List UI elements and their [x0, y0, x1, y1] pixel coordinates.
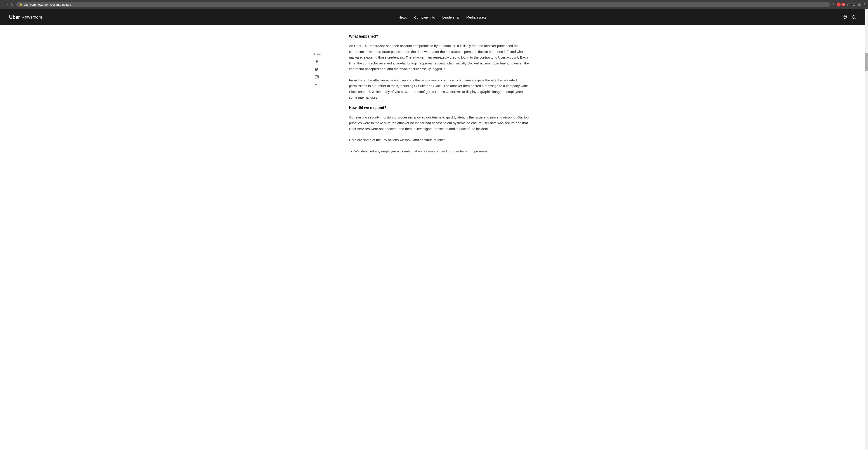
nav-link-leadership[interactable]: Leadership: [442, 16, 459, 19]
what-happened-paragraph-1: An Uber EXT contractor had their account…: [349, 43, 530, 72]
location-icon-button[interactable]: [843, 15, 848, 20]
svg-point-3: [315, 84, 316, 85]
bullet-item-1: We identified any employee accounts that…: [354, 148, 530, 154]
svg-point-5: [318, 84, 318, 85]
more-share-button[interactable]: [315, 83, 319, 87]
forward-button[interactable]: ›: [6, 2, 8, 7]
back-button[interactable]: ‹: [2, 2, 5, 7]
brand-newsroom: Newsroom: [22, 15, 42, 20]
action-bullet-list: We identified any employee accounts that…: [354, 148, 530, 154]
browser-navigation: ‹ › ↻: [2, 2, 14, 7]
nav-links: News Company info Leadership Media asset…: [398, 16, 486, 19]
how-respond-paragraph-1: Our existing security monitoring process…: [349, 114, 530, 132]
page-content[interactable]: Uber Newsroom News Company info Leadersh…: [0, 9, 865, 450]
twitter-share-button[interactable]: [315, 67, 319, 71]
what-happened-heading: What happened?: [349, 34, 530, 38]
svg-line-2: [855, 18, 856, 19]
navbar-icons: [843, 15, 856, 20]
how-respond-paragraph-2: Here are some of the key actions we took…: [349, 137, 530, 143]
bookmark-icon[interactable]: ◫: [847, 2, 850, 7]
share-sidebar: Share: [313, 53, 321, 87]
share-label: Share: [313, 53, 321, 56]
brand-uber: Uber: [9, 14, 20, 20]
svg-point-0: [845, 16, 846, 17]
reload-button[interactable]: ↻: [10, 2, 14, 7]
navbar: Uber Newsroom News Company info Leadersh…: [0, 9, 865, 25]
address-bar[interactable]: 🔒: [16, 2, 830, 7]
scrollbar-thumb[interactable]: [865, 53, 868, 71]
url-input[interactable]: [24, 3, 827, 6]
extensions-icon[interactable]: ⚙: [852, 2, 856, 7]
facebook-share-button[interactable]: [315, 59, 319, 64]
extension-warning[interactable]: ⚠: [841, 3, 845, 6]
svg-point-1: [852, 16, 855, 19]
cast-icon[interactable]: ▩: [857, 2, 861, 7]
nav-link-company-info[interactable]: Company info: [414, 16, 435, 19]
ssl-lock-icon: 🔒: [19, 3, 22, 6]
share-page-icon[interactable]: ⇧: [832, 2, 835, 7]
brand-logo[interactable]: Uber Newsroom: [9, 14, 42, 20]
svg-point-4: [316, 84, 317, 85]
browser-chrome: ‹ › ↻ 🔒 ⇧ 4 ⚠ ◫ ⚙ ▩ ⋮: [0, 0, 868, 9]
page-wrapper: Uber Newsroom News Company info Leadersh…: [0, 9, 868, 450]
scrollbar-track[interactable]: [865, 9, 868, 450]
what-happened-paragraph-2: From there, the attacker accessed severa…: [349, 77, 530, 100]
nav-link-news[interactable]: News: [398, 16, 407, 19]
email-share-button[interactable]: [315, 75, 319, 79]
extension-row: 4 ⚠: [837, 2, 845, 6]
article-body: What happened? An Uber EXT contractor ha…: [336, 34, 530, 154]
how-respond-heading: How did we respond?: [349, 106, 530, 110]
brave-shield-badge[interactable]: 4: [837, 2, 841, 6]
browser-action-buttons: ⇧ 4 ⚠ ◫ ⚙ ▩ ⋮: [832, 2, 866, 7]
main-content: Share: [331, 25, 534, 173]
menu-icon[interactable]: ⋮: [863, 2, 866, 7]
nav-link-media-assets[interactable]: Media assets: [466, 16, 486, 19]
search-icon-button[interactable]: [851, 15, 856, 20]
